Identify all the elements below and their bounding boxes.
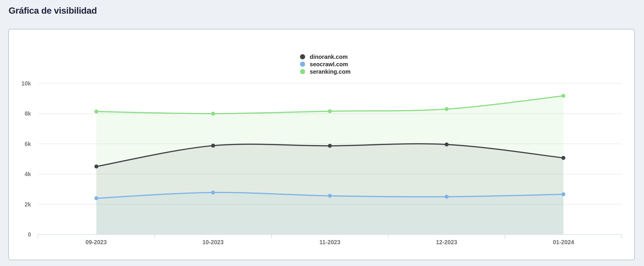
data-point-dinorank.com-01-2024[interactable]: [561, 156, 565, 160]
data-point-seranking.com-01-2024[interactable]: [561, 94, 565, 98]
visibility-chart-card: 0 2k 4k 6k 8k 10k 09-2023 10-2023 11-202…: [8, 29, 635, 260]
legend-marker-dinorank-icon: [300, 54, 305, 59]
data-point-dinorank.com-12-2023[interactable]: [445, 142, 448, 146]
y-axis-tick-10k: 10k: [9, 80, 31, 87]
y-axis-tick-0: 0: [9, 231, 31, 238]
data-point-seranking.com-10-2023[interactable]: [211, 112, 215, 116]
data-point-seranking.com-09-2023[interactable]: [94, 110, 98, 114]
legend-label-dinorank: dinorank.com: [310, 54, 348, 60]
x-axis-label-01-2024: 01-2024: [540, 239, 586, 246]
page-title: Gráfica de visibilidad: [8, 6, 97, 16]
y-axis-tick-4k: 4k: [9, 170, 31, 178]
chart-legend: dinorank.com seocrawl.com seranking.com: [300, 54, 350, 77]
legend-marker-seocrawl-icon: [300, 62, 305, 67]
legend-item-dinorank[interactable]: dinorank.com: [300, 54, 350, 59]
x-axis-label-09-2023: 09-2023: [73, 239, 119, 246]
data-point-dinorank.com-11-2023[interactable]: [328, 144, 332, 148]
x-axis-label-10-2023: 10-2023: [190, 239, 236, 246]
data-point-dinorank.com-10-2023[interactable]: [211, 144, 215, 148]
data-point-seocrawl.com-12-2023[interactable]: [445, 195, 448, 199]
legend-label-seocrawl: seocrawl.com: [310, 61, 348, 68]
data-point-seranking.com-11-2023[interactable]: [328, 109, 332, 113]
data-point-seranking.com-12-2023[interactable]: [445, 107, 448, 111]
data-point-seocrawl.com-10-2023[interactable]: [211, 190, 215, 194]
data-point-seocrawl.com-11-2023[interactable]: [328, 194, 332, 198]
data-point-seocrawl.com-01-2024[interactable]: [561, 192, 565, 196]
data-point-seocrawl.com-09-2023[interactable]: [94, 196, 98, 200]
x-axis-label-12-2023: 12-2023: [424, 239, 470, 246]
legend-item-seranking[interactable]: seranking.com: [300, 69, 350, 74]
legend-marker-seranking-icon: [300, 69, 305, 74]
legend-label-seranking: seranking.com: [310, 68, 350, 75]
series-area-seocrawl.com: [96, 192, 564, 234]
y-axis-tick-2k: 2k: [9, 201, 31, 208]
x-axis-label-11-2023: 11-2023: [307, 239, 353, 246]
data-point-dinorank.com-09-2023[interactable]: [94, 164, 98, 168]
legend-item-seocrawl[interactable]: seocrawl.com: [300, 62, 350, 67]
y-axis-tick-6k: 6k: [9, 140, 31, 148]
y-axis-tick-8k: 8k: [9, 110, 31, 117]
